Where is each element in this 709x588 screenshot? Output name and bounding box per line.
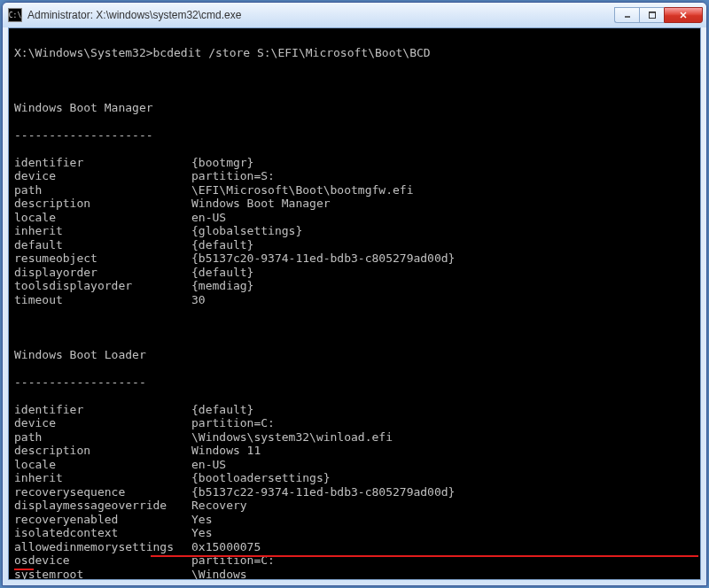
output-row: default{default} [14, 238, 695, 252]
output-value: en-US [191, 211, 226, 225]
cmd-window: C:\ Administrator: X:\windows\system32\c… [2, 2, 707, 586]
output-row: allowedinmemorysettings0x15000075 [14, 540, 695, 554]
output-value: \Windows\system32\winload.efi [191, 430, 393, 445]
output-row: identifier{default} [14, 403, 695, 417]
output-key: inherit [14, 471, 191, 485]
output-value: {default} [191, 238, 253, 252]
annotation-underline-wrap [14, 569, 34, 570]
output-value: 0x15000075 [191, 540, 261, 554]
divider: -------------------- [14, 128, 695, 143]
output-key: path [14, 430, 191, 445]
maximize-button[interactable] [639, 7, 664, 23]
output-row: inherit{globalsettings} [14, 224, 695, 238]
blank-line [14, 74, 695, 88]
output-key: recoverysequence [14, 485, 191, 499]
output-value: Windows Boot Manager [191, 197, 331, 211]
output-value: {b5137c22-9374-11ed-bdb3-c805279ad00d} [191, 485, 455, 499]
output-key: identifier [14, 403, 191, 417]
section-title-bootmgr: Windows Boot Manager [14, 101, 695, 115]
titlebar[interactable]: C:\ Administrator: X:\windows\system32\c… [3, 3, 706, 27]
output-row: inherit{bootloadersettings} [14, 471, 695, 485]
output-value: {bootmgr} [191, 156, 253, 170]
output-key: allowedinmemorysettings [14, 540, 191, 554]
output-row: localeen-US [14, 211, 695, 225]
output-value: en-US [191, 458, 226, 472]
output-row: devicepartition=S: [14, 169, 695, 183]
output-row: identifier{bootmgr} [14, 156, 695, 170]
output-value: {globalsettings} [191, 224, 302, 238]
output-row: descriptionWindows Boot Manager [14, 197, 695, 211]
output-value: 30 [191, 293, 206, 307]
output-key: locale [14, 211, 191, 225]
output-value: {default} [191, 266, 253, 280]
output-key: description [14, 444, 191, 458]
output-value: Recovery [191, 499, 247, 513]
output-row: path\Windows\system32\winload.efi [14, 430, 695, 445]
close-button[interactable] [664, 7, 703, 23]
output-row: localeen-US [14, 458, 695, 472]
output-value: partition=S: [191, 169, 275, 183]
prompt-line-1: X:\Windows\System32>bcdedit /store S:\EF… [14, 46, 695, 60]
cmd-icon: C:\ [8, 8, 22, 22]
output-key: toolsdisplayorder [14, 279, 191, 293]
output-key: resumeobject [14, 251, 191, 266]
output-row: descriptionWindows 11 [14, 444, 695, 458]
output-value: partition=C: [191, 416, 275, 430]
terminal-output[interactable]: X:\Windows\System32>bcdedit /store S:\EF… [8, 27, 701, 580]
output-row: path\EFI\Microsoft\Boot\bootmgfw.efi [14, 183, 695, 197]
output-row: isolatedcontextYes [14, 526, 695, 540]
output-value: Yes [191, 526, 212, 540]
section-title-bootloader: Windows Boot Loader [14, 348, 695, 362]
output-value: \EFI\Microsoft\Boot\bootmgfw.efi [191, 183, 413, 197]
output-key: systemroot [14, 568, 191, 581]
output-row: displaymessageoverrideRecovery [14, 499, 695, 513]
output-key: device [14, 416, 191, 430]
output-value: {bootloadersettings} [191, 471, 331, 485]
annotation-underline [151, 555, 698, 557]
output-value: {memdiag} [191, 279, 253, 293]
output-key: inherit [14, 224, 191, 238]
output-key: default [14, 238, 191, 252]
output-key: recoveryenabled [14, 513, 191, 527]
output-key: locale [14, 458, 191, 472]
output-key: identifier [14, 156, 191, 170]
output-row: timeout30 [14, 293, 695, 307]
output-key: displaymessageoverride [14, 499, 191, 513]
output-key: description [14, 197, 191, 211]
window-controls [614, 7, 703, 23]
output-key: displayorder [14, 266, 191, 280]
window-title: Administrator: X:\windows\system32\cmd.e… [27, 9, 614, 21]
output-value: Windows 11 [191, 444, 261, 458]
output-row: displayorder{default} [14, 266, 695, 280]
output-row: devicepartition=C: [14, 416, 695, 430]
output-value: \Windows [191, 568, 247, 581]
output-row: systemroot\Windows [14, 568, 695, 581]
output-row: resumeobject{b5137c20-9374-11ed-bdb3-c80… [14, 251, 695, 266]
output-key: timeout [14, 293, 191, 307]
output-key: device [14, 169, 191, 183]
divider: ------------------- [14, 375, 695, 390]
output-key: isolatedcontext [14, 526, 191, 540]
output-value: {default} [191, 403, 253, 417]
output-row: recoverysequence{b5137c22-9374-11ed-bdb3… [14, 485, 695, 499]
output-row: recoveryenabledYes [14, 513, 695, 527]
blank-line [14, 321, 695, 335]
minimize-button[interactable] [614, 7, 639, 23]
output-key: path [14, 183, 191, 197]
output-value: Yes [191, 513, 212, 527]
output-row: toolsdisplayorder{memdiag} [14, 279, 695, 293]
output-value: {b5137c20-9374-11ed-bdb3-c805279ad00d} [191, 251, 455, 266]
